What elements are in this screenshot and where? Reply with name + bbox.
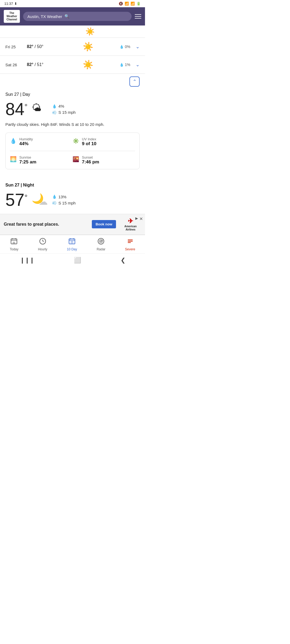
sun-icon: ☀️ xyxy=(59,60,117,70)
search-bar[interactable]: Austin, TX Weather 🔍 xyxy=(23,12,132,21)
weather-description: Partly cloudy skies. High 84F. Winds S a… xyxy=(5,122,140,128)
search-text: Austin, TX Weather xyxy=(27,14,62,19)
status-bar: 11:37 ⬇ 🔇 📶 📶 🔋 xyxy=(0,0,145,7)
rain-icon: 💧 xyxy=(52,195,57,199)
battery-icon: 🔋 xyxy=(136,2,141,6)
forecast-list: ☀️ Fri 25 82° / 50° ☀️ 💧 0% ⌄ Sat 26 82°… xyxy=(0,25,145,74)
calendar-10day-icon xyxy=(68,238,75,246)
status-time: 11:37 ⬇ xyxy=(4,2,17,6)
stats-grid: 💧 Humidity 44% ✳️ UV Index 9 of 10 🌅 Sun… xyxy=(10,137,135,165)
partly-cloudy-icon: 🌤 xyxy=(32,102,48,116)
rain-drop-icon: 💧 xyxy=(52,104,57,108)
app-logo: The Weather Channel xyxy=(4,10,20,23)
table-row[interactable]: Sat 26 82° / 51° ☀️ 💧 1% ⌄ xyxy=(0,56,145,74)
night-precip-stat: 💧 13% xyxy=(52,195,75,199)
airline-logo: ✈ AmericanAirlines xyxy=(120,217,141,231)
rain-icon: 💧 xyxy=(119,63,124,67)
back-button[interactable]: ❮ xyxy=(121,257,125,264)
cloud-icon: ☁ xyxy=(39,196,48,207)
status-icons: 🔇 📶 📶 🔋 xyxy=(119,2,141,6)
humidity-icon: 💧 xyxy=(10,138,17,144)
night-detail-section: Sun 27 | Night 57° 🌙 ☁ 💧 13% 💨 S 15 mph xyxy=(0,180,145,211)
nav-10day-label: 10 Day xyxy=(67,247,77,251)
ad-text: Great fares to great places. xyxy=(4,222,88,227)
nav-hourly-label: Hourly xyxy=(38,247,47,251)
sun-part-icon: 🌤 xyxy=(32,102,41,114)
uv-stat: ✳️ UV Index 9 of 10 xyxy=(73,137,135,147)
sunrise-icon: 🌅 xyxy=(10,156,17,162)
scroll-top-button[interactable]: ⌃ xyxy=(129,76,140,87)
rain-icon: 💧 xyxy=(119,45,124,49)
radar-icon xyxy=(97,238,104,246)
clock-icon xyxy=(39,238,46,246)
nav-today-label: Today xyxy=(10,247,18,251)
wifi-icon: 📶 xyxy=(125,2,129,6)
system-navigation: ❙❙❙ ⬜ ❮ xyxy=(0,253,145,267)
nav-hourly[interactable]: Hourly xyxy=(38,238,47,251)
nav-severe-label: Severe xyxy=(125,247,135,251)
hamburger-menu[interactable] xyxy=(135,14,141,19)
severe-icon xyxy=(127,238,134,246)
nav-severe[interactable]: Severe xyxy=(125,238,135,251)
night-period-label: Sun 27 | Night xyxy=(5,183,140,188)
signal-icon: 📶 xyxy=(130,2,135,6)
wind-stat: 💨 S 15 mph xyxy=(52,110,75,115)
book-now-button[interactable]: Book now xyxy=(92,220,116,228)
night-wind-stat: 💨 S 15 mph xyxy=(52,201,75,205)
night-temperature-display: 57° xyxy=(5,191,27,208)
recent-apps-button[interactable]: ❙❙❙ xyxy=(20,257,34,264)
nav-radar[interactable]: Radar xyxy=(97,238,106,251)
nav-10day[interactable]: 10 Day xyxy=(67,238,77,251)
expand-icon[interactable]: ⌄ xyxy=(136,44,140,50)
day-detail-section: Sun 27 | Day 84° 🌤 💧 4% 💨 S 15 mph Partl… xyxy=(0,89,145,180)
app-header: The Weather Channel Austin, TX Weather 🔍 xyxy=(0,7,145,25)
download-icon: ⬇ xyxy=(14,2,17,6)
table-row[interactable]: Fri 25 82° / 50° ☀️ 💧 0% ⌄ xyxy=(0,38,145,56)
day-label: Sat 26 xyxy=(5,63,24,67)
night-main-stats: 57° 🌙 ☁ 💧 13% 💨 S 15 mph xyxy=(5,191,140,208)
svg-text:21: 21 xyxy=(13,241,15,244)
wind-icon: 💨 xyxy=(52,201,57,205)
home-button[interactable]: ⬜ xyxy=(74,257,81,264)
calendar-today-icon: 21 xyxy=(10,238,17,246)
night-cloudy-icon: 🌙 ☁ xyxy=(32,193,48,207)
table-row: ☀️ xyxy=(0,25,145,38)
precip-stat: 💧 4% xyxy=(52,104,75,108)
humidity-stat: 💧 Humidity 44% xyxy=(10,137,73,147)
expand-icon[interactable]: ⌄ xyxy=(136,62,140,68)
day-main-stats: 84° 🌤 💧 4% 💨 S 15 mph xyxy=(5,101,140,118)
nav-today[interactable]: 21 Today xyxy=(10,238,18,251)
wind-icon: 💨 xyxy=(52,110,57,115)
sun-icon: ☀️ xyxy=(59,27,121,36)
uv-icon: ✳️ xyxy=(73,138,79,144)
sunset-icon: 🌇 xyxy=(73,156,79,162)
mute-icon: 🔇 xyxy=(119,2,123,6)
day-period-label: Sun 27 | Day xyxy=(5,92,140,97)
bottom-navigation: 21 Today Hourly 10 Day xyxy=(0,235,145,253)
chevron-up-icon: ⌃ xyxy=(133,79,137,85)
nav-radar-label: Radar xyxy=(97,247,106,251)
sunset-stat: 🌇 Sunset 7:46 pm xyxy=(73,155,135,165)
day-label: Fri 25 xyxy=(5,45,24,49)
search-icon: 🔍 xyxy=(64,14,70,19)
scroll-top-row: ⌃ xyxy=(0,74,145,89)
sunrise-stat: 🌅 Sunrise 7:25 am xyxy=(10,155,73,165)
ad-play-icon[interactable]: ▶ xyxy=(135,216,138,220)
time-display: 11:37 xyxy=(4,2,13,6)
weather-stats-card: 💧 Humidity 44% ✳️ UV Index 9 of 10 🌅 Sun… xyxy=(5,133,140,169)
advertisement-banner: Great fares to great places. Book now ✈ … xyxy=(0,214,145,235)
temperature-display: 84° xyxy=(5,101,27,118)
sun-icon: ☀️ xyxy=(59,42,117,52)
ad-close-button[interactable]: ✕ xyxy=(139,216,143,221)
